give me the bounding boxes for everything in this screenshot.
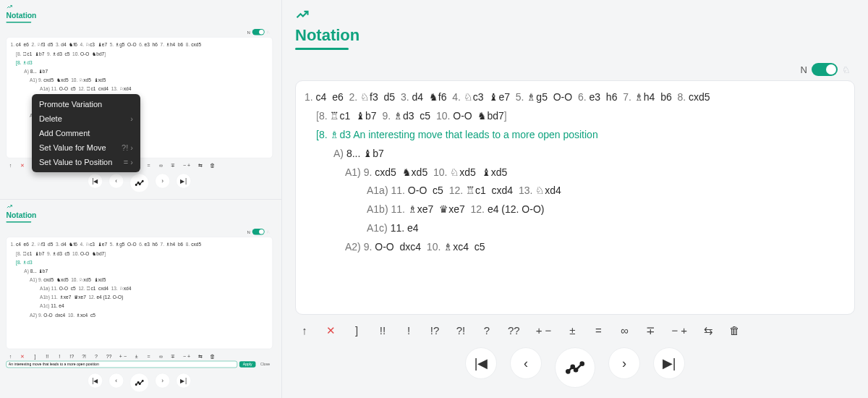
interesting-button[interactable]: !? <box>430 325 440 336</box>
ctx-promote-variation[interactable]: Promote Variation <box>32 97 140 111</box>
analysis-button[interactable] <box>555 347 595 388</box>
analysis-button[interactable] <box>130 174 149 192</box>
good-button[interactable]: ! <box>57 353 62 358</box>
first-move-button[interactable]: |◀ <box>88 174 103 189</box>
svg-point-0 <box>135 184 137 185</box>
ctx-set-value-for-move[interactable]: Set Value for Move?! › <box>32 140 140 155</box>
delete-annotation-button[interactable]: ✕ <box>20 353 25 358</box>
analysis-button[interactable] <box>130 373 149 391</box>
black-slight-button[interactable]: − + <box>183 163 190 168</box>
moves-var1[interactable]: [8. ♖c1 ♝b7 9. ♗d3 c5 10. O-O ♞bd7] <box>11 50 268 59</box>
line-A1a[interactable]: A1a) 11. O-O c5 12. ♖c1 cxd4 13. ♘xd4 <box>305 182 846 200</box>
black-slight-button[interactable]: − + <box>183 353 190 358</box>
brilliant-button[interactable]: !! <box>378 325 388 336</box>
equal-button[interactable]: = <box>146 163 151 168</box>
black-clear-button[interactable]: ∓ <box>171 353 176 358</box>
notation-mode-label: N <box>247 229 250 234</box>
close-button[interactable]: Close <box>258 361 273 367</box>
first-move-button[interactable]: |◀ <box>88 373 103 388</box>
moves-var2[interactable]: [8. ♗d3 <box>11 59 268 67</box>
moves-var2[interactable]: [8. ♗d3 <box>11 258 268 266</box>
equal-button[interactable]: = <box>593 325 603 336</box>
prev-move-button[interactable]: ‹ <box>109 373 124 388</box>
line-A2[interactable]: A2) 9. O-O dxc4 10. ♗xc4 c5 <box>305 238 846 257</box>
delete-annotation-button[interactable]: ✕ <box>326 325 336 336</box>
blunder-button[interactable]: ?? <box>508 325 520 336</box>
apply-button[interactable]: Apply <box>239 361 255 367</box>
white-slight-button[interactable]: + − <box>119 353 127 358</box>
black-clear-button[interactable]: ∓ <box>645 325 655 336</box>
svg-point-1 <box>137 182 139 183</box>
white-slight-button[interactable]: + − <box>536 325 552 336</box>
brilliant-button[interactable]: !! <box>45 353 50 358</box>
first-move-button[interactable]: |◀ <box>465 347 497 379</box>
promote-button[interactable]: ↑ <box>8 353 13 358</box>
good-button[interactable]: ! <box>404 325 414 336</box>
comment-input[interactable] <box>6 360 237 367</box>
moves-var1[interactable]: [8. ♖c1 ♝b7 9. ♗d3 c5 10. O-O ♞bd7] <box>11 249 268 258</box>
last-move-button[interactable]: ▶| <box>653 347 685 379</box>
black-clear-button[interactable]: ∓ <box>171 163 176 168</box>
trash-button[interactable]: 🗑 <box>210 163 215 168</box>
equal-button[interactable]: = <box>146 353 151 358</box>
next-move-button[interactable]: › <box>155 373 170 388</box>
moves-var1[interactable]: [8. ♖c1 ♝b7 9. ♗d3 c5 10. O-O ♞bd7] <box>305 107 846 126</box>
line-A1[interactable]: A1) 9. cxd5 ♞xd5 10. ♘xd5 ♝xd5 <box>305 164 846 182</box>
svg-point-8 <box>566 370 569 373</box>
delete-annotation-button[interactable]: ✕ <box>20 163 25 168</box>
svg-point-5 <box>137 381 139 383</box>
moves-mainline[interactable]: 1. c4 e6 2. ♘f3 d5 3. d4 ♞f6 4. ♘c3 ♝e7 … <box>11 41 268 49</box>
ctx-set-value-to-position[interactable]: Set Value to Position= › <box>32 155 140 169</box>
context-menu[interactable]: Promote VariationDelete›Add CommentSet V… <box>32 94 140 172</box>
interesting-button[interactable]: !? <box>69 353 75 358</box>
moves-mainline[interactable]: 1. c4 e6 2. ♘f3 d5 3. d4 ♞f6 4. ♘c3 ♝e7 … <box>305 88 846 107</box>
mistake-button[interactable]: ? <box>94 353 99 358</box>
mistake-button[interactable]: ? <box>482 325 492 336</box>
ctx-add-comment[interactable]: Add Comment <box>32 126 140 140</box>
svg-point-10 <box>574 368 577 371</box>
swap-button[interactable]: ⇆ <box>703 325 713 336</box>
svg-point-11 <box>581 363 584 365</box>
line-A1b[interactable]: A1b) 11. ♗xe7 ♛xe7 12. e4 (12. O-O) <box>305 200 846 219</box>
promote-button[interactable]: ↑ <box>299 325 310 336</box>
line-A1a[interactable]: A1a) 11. O-O c5 12. ♖c1 cxd4 13. ♘xd4 <box>11 85 268 93</box>
unclear-button[interactable]: ∞ <box>158 353 163 358</box>
last-move-button[interactable]: ▶| <box>176 373 191 388</box>
next-move-button[interactable]: › <box>155 174 170 189</box>
notation-toggle[interactable] <box>252 29 265 35</box>
black-slight-button[interactable]: − + <box>671 325 687 336</box>
title-underline <box>6 22 31 22</box>
trash-button[interactable]: 🗑 <box>729 325 740 336</box>
blunder-button[interactable]: ?? <box>106 353 112 358</box>
white-clear-button[interactable]: ± <box>567 325 577 336</box>
last-move-button[interactable]: ▶| <box>176 174 191 189</box>
svg-point-7 <box>142 380 143 381</box>
end-variation-button[interactable]: ] <box>352 325 362 336</box>
trash-button[interactable]: 🗑 <box>210 353 215 358</box>
svg-point-2 <box>139 183 140 185</box>
swap-button[interactable]: ⇆ <box>198 163 203 168</box>
prev-move-button[interactable]: ‹ <box>109 174 124 189</box>
line-A[interactable]: A) 8... ♝b7 <box>305 145 846 164</box>
dubious-button[interactable]: ?! <box>82 353 87 358</box>
line-A[interactable]: A) 8... ♝b7 <box>11 67 268 76</box>
moves-var2[interactable]: [8. ♗d3 An interesting move that leads t… <box>305 126 846 145</box>
title-underline <box>295 48 349 50</box>
notation-toggle[interactable] <box>252 228 265 234</box>
svg-point-4 <box>135 384 137 385</box>
line-A1[interactable]: A1) 9. cxd5 ♞xd5 10. ♘xd5 ♝xd5 <box>11 76 268 85</box>
promote-button[interactable]: ↑ <box>8 163 13 168</box>
prev-move-button[interactable]: ‹ <box>510 347 542 379</box>
unclear-button[interactable]: ∞ <box>619 325 629 336</box>
notation-toggle[interactable] <box>812 63 838 76</box>
white-clear-button[interactable]: ± <box>134 353 139 358</box>
dubious-button[interactable]: ?! <box>456 325 466 336</box>
line-A1c[interactable]: A1c) 11. e4 <box>305 219 846 238</box>
ctx-delete[interactable]: Delete› <box>32 111 140 126</box>
app-logo-icon <box>6 203 12 209</box>
swap-button[interactable]: ⇆ <box>198 353 203 358</box>
next-move-button[interactable]: › <box>608 347 640 379</box>
unclear-button[interactable]: ∞ <box>158 163 163 168</box>
end-variation-button[interactable]: ] <box>33 353 38 358</box>
moves-mainline[interactable]: 1. c4 e6 2. ♘f3 d5 3. d4 ♞f6 4. ♘c3 ♝e7 … <box>11 240 268 249</box>
